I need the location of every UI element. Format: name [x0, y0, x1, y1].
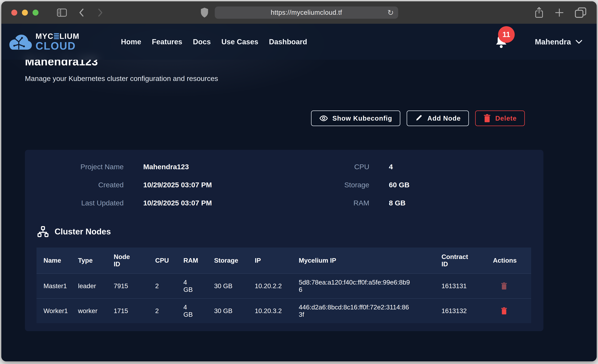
delete-label: Delete — [495, 115, 517, 122]
close-window-button[interactable] — [11, 10, 17, 16]
notification-badge: 11 — [498, 26, 515, 43]
table-header-row: Name Type Node ID CPU RAM Storage IP Myc… — [36, 248, 531, 273]
cluster-detail-card: Project Name Mahendra123 Created 10/29/2… — [25, 150, 543, 331]
share-icon[interactable] — [534, 6, 544, 19]
nav-link-home[interactable]: Home — [121, 38, 141, 46]
ram-label: RAM — [295, 199, 369, 207]
project-name-value: Mahendra123 — [143, 163, 189, 171]
network-nodes-icon — [37, 226, 49, 238]
show-kubeconfig-button[interactable]: Show Kubeconfig — [311, 110, 400, 126]
cpu-value: 4 — [389, 163, 393, 171]
nav-link-features[interactable]: Features — [152, 38, 182, 46]
brand-line2: CLOUD — [35, 41, 80, 51]
eye-icon — [319, 114, 328, 123]
user-name: Mahendra — [535, 37, 571, 46]
forward-icon[interactable] — [96, 8, 104, 18]
cell-cpu: 2 — [155, 273, 183, 298]
notifications-button[interactable]: 11 — [494, 34, 508, 50]
mycelium-cloud-logo-icon — [8, 32, 33, 52]
privacy-shield-icon[interactable] — [200, 7, 209, 18]
cluster-nodes-table: Name Type Node ID CPU RAM Storage IP Myc… — [36, 248, 531, 323]
col-storage: Storage — [214, 248, 255, 273]
created-value: 10/29/2025 03:07 PM — [143, 181, 212, 189]
cell-name: Master1 — [36, 273, 78, 298]
col-actions: Actions — [493, 248, 531, 273]
url-text: https://myceliumcloud.tf — [271, 9, 342, 16]
add-node-button[interactable]: Add Node — [407, 110, 469, 126]
cell-ip: 10.20.2.2 — [255, 273, 299, 298]
delete-node-button[interactable] — [493, 282, 507, 290]
storage-label: Storage — [295, 181, 369, 189]
brand-logo[interactable]: MYCLIUM CLOUD — [8, 32, 80, 52]
cell-type: leader — [78, 273, 114, 298]
chevron-down-icon — [575, 39, 582, 44]
zoom-window-button[interactable] — [33, 10, 39, 16]
cell-actions — [493, 298, 531, 323]
cluster-actions-row: Show Kubeconfig Add Node — [25, 110, 543, 126]
nav-link-use-cases[interactable]: Use Cases — [221, 38, 258, 46]
nav-link-docs[interactable]: Docs — [193, 38, 211, 46]
cell-storage: 30 GB — [214, 273, 255, 298]
new-tab-icon[interactable] — [554, 7, 565, 18]
user-menu[interactable]: Mahendra — [535, 37, 582, 46]
browser-toolbar: https://myceliumcloud.tf ↻ — [1, 1, 597, 24]
web-page: Mahendra123 Manage your Kubernetes clust… — [1, 24, 597, 361]
cell-ip: 10.20.3.2 — [255, 298, 299, 323]
cell-node-id: 7915 — [114, 273, 155, 298]
col-node-id: Node ID — [114, 248, 155, 273]
cell-contract-id: 1613131 — [441, 273, 493, 298]
col-ip: IP — [255, 248, 299, 273]
col-cpu: CPU — [155, 248, 183, 273]
table-row: Worker1 worker 1715 2 4 GB 30 GB 10.20.3… — [36, 298, 531, 323]
cell-ram: 4 GB — [183, 298, 214, 323]
brand-e-bars-icon — [54, 33, 59, 39]
cell-cpu: 2 — [155, 298, 183, 323]
col-ram: RAM — [183, 248, 214, 273]
col-contract-id: Contract ID — [441, 248, 493, 273]
desktop-background: https://myceliumcloud.tf ↻ — [0, 0, 598, 364]
cell-node-id: 1715 — [114, 298, 155, 323]
site-navbar: MYCLIUM CLOUD Home Features Docs Use Cas… — [1, 24, 597, 60]
col-name: Name — [36, 248, 78, 273]
add-node-label: Add Node — [427, 115, 461, 122]
address-bar[interactable]: https://myceliumcloud.tf ↻ — [215, 7, 398, 19]
brand-line1: MYCLIUM — [35, 32, 80, 40]
cell-storage: 30 GB — [214, 298, 255, 323]
cell-ram: 4 GB — [183, 273, 214, 298]
tab-overview-icon[interactable] — [574, 7, 587, 18]
created-label: Created — [36, 181, 124, 189]
cell-mycelium-ip: 5d8:78ea:a120:f40c:ff0f:a5fe:99e6:8b96 — [299, 273, 441, 298]
pencil-icon — [415, 114, 423, 123]
reload-icon[interactable]: ↻ — [387, 9, 394, 17]
cell-type: worker — [78, 298, 114, 323]
cpu-label: CPU — [295, 163, 369, 171]
delete-node-button[interactable] — [493, 307, 507, 315]
cell-mycelium-ip: 446:d2a6:8bcd:8c16:ff0f:72e2:3114:863f — [299, 298, 441, 323]
cluster-nodes-heading: Cluster Nodes — [55, 227, 111, 236]
table-row: Master1 leader 7915 2 4 GB 30 GB 10.20.2… — [36, 273, 531, 298]
delete-cluster-button[interactable]: Delete — [475, 110, 525, 126]
nav-link-dashboard[interactable]: Dashboard — [269, 38, 307, 46]
storage-value: 60 GB — [389, 181, 409, 189]
last-updated-value: 10/29/2025 03:07 PM — [143, 199, 212, 207]
col-mycelium-ip: Mycelium IP — [299, 248, 441, 273]
back-icon[interactable] — [78, 8, 85, 18]
cell-contract-id: 1613132 — [441, 298, 493, 323]
last-updated-label: Last Updated — [36, 199, 124, 207]
window-controls — [11, 10, 39, 16]
sidebar-toggle-icon[interactable] — [57, 8, 67, 17]
minimize-window-button[interactable] — [22, 10, 28, 16]
browser-window: https://myceliumcloud.tf ↻ — [1, 1, 597, 361]
show-kubeconfig-label: Show Kubeconfig — [332, 115, 392, 122]
cluster-info: Project Name Mahendra123 Created 10/29/2… — [36, 163, 532, 217]
col-type: Type — [78, 248, 114, 273]
cell-name: Worker1 — [36, 298, 78, 323]
ram-value: 8 GB — [389, 199, 406, 207]
cell-actions — [493, 273, 531, 298]
project-name-label: Project Name — [36, 163, 124, 171]
trash-icon — [483, 114, 491, 123]
page-subtitle: Manage your Kubernetes cluster configura… — [25, 74, 597, 83]
nav-links: Home Features Docs Use Cases Dashboard — [121, 38, 307, 46]
